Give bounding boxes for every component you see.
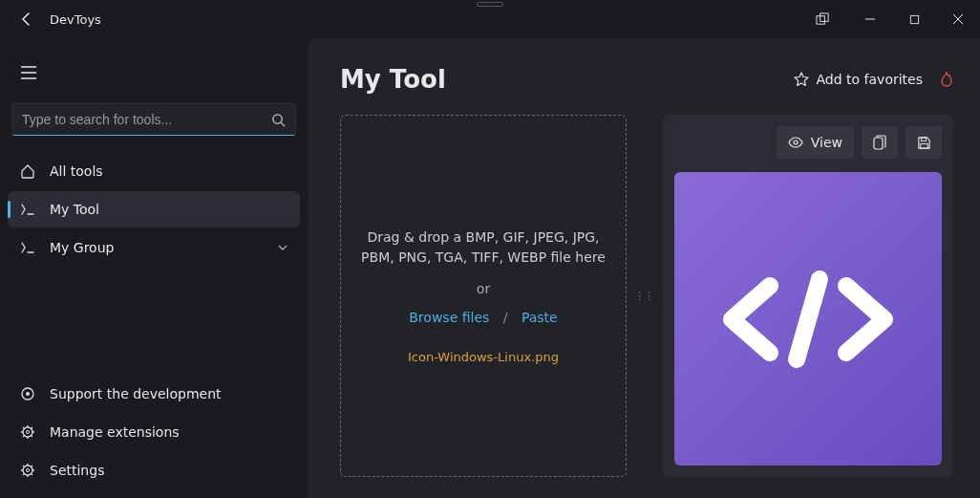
copy-button[interactable] [862,126,898,159]
heart-icon [19,386,36,401]
nav-bottom: Support the development Manage extension… [8,376,300,488]
titlebar-grip [477,2,503,7]
gear-icon [19,424,36,440]
save-icon [917,136,931,150]
minimize-button[interactable] [848,0,892,38]
nav-list: All tools My Tool My Group [8,153,300,266]
nav-label: Settings [50,463,104,478]
search-input[interactable] [22,112,271,127]
nav-all-tools[interactable]: All tools [8,153,300,189]
svg-point-11 [26,468,29,471]
svg-point-4 [273,114,282,122]
home-icon [19,163,36,179]
nav-settings[interactable]: Settings [8,452,300,488]
svg-point-7 [26,392,30,396]
back-button[interactable] [8,0,46,38]
star-icon [794,72,809,87]
hamburger-button[interactable] [10,54,48,92]
chevron-down-icon [277,242,288,253]
add-favorite-button[interactable]: Add to favorites [794,72,923,87]
svg-point-12 [794,141,798,144]
nav-support[interactable]: Support the development [8,376,300,412]
tool-icon [19,202,36,217]
titlebar: DevToys [0,0,980,38]
svg-point-10 [23,466,32,475]
preview-toolbar: View [674,126,942,159]
dropzone-links: Browse files / Paste [409,310,557,325]
nav-my-tool[interactable]: My Tool [8,191,300,227]
search-icon [271,113,286,127]
browse-files-link[interactable]: Browse files [409,310,489,325]
nav-label: Manage extensions [50,424,180,440]
svg-rect-3 [910,15,918,23]
eye-icon [788,135,803,150]
compact-overlay-button[interactable] [800,0,844,38]
view-button[interactable]: View [777,126,854,159]
nav-label: Support the development [50,386,222,401]
dropzone-text: Drag & drop a BMP, GIF, JPEG, JPG, PBM, … [360,227,607,268]
copy-icon [873,135,886,150]
selected-filename: Icon-Windows-Linux.png [408,350,559,364]
view-label: View [811,135,842,150]
nav-label: My Tool [50,202,99,217]
image-preview [674,172,942,466]
svg-point-9 [26,430,29,433]
nav-label: All tools [50,163,103,179]
flame-icon[interactable] [940,71,953,88]
close-button[interactable] [936,0,980,38]
sidebar: All tools My Tool My Group [0,38,308,498]
search-box[interactable] [11,103,296,136]
file-dropzone[interactable]: Drag & drop a BMP, GIF, JPEG, JPG, PBM, … [340,115,627,477]
page-title: My Tool [340,65,446,94]
svg-rect-13 [874,138,883,149]
nav-extensions[interactable]: Manage extensions [8,414,300,450]
app-title: DevToys [50,12,101,27]
main-pane: My Tool Add to favorites Drag & drop a B… [308,38,980,498]
svg-rect-15 [920,143,927,148]
nav-label: My Group [50,240,114,255]
svg-line-5 [281,122,285,126]
svg-point-8 [23,427,32,437]
add-favorite-label: Add to favorites [817,72,923,87]
link-separator: / [503,310,508,325]
preview-pane: View [663,115,953,477]
code-icon [713,262,904,377]
splitter-handle[interactable]: ⋮⋮ [640,115,650,477]
maximize-button[interactable] [892,0,936,38]
window-controls [800,0,980,38]
nav-my-group[interactable]: My Group [8,229,300,266]
gear-icon [19,463,36,478]
tool-icon [19,240,36,255]
save-button[interactable] [905,126,942,159]
paste-link[interactable]: Paste [522,310,558,325]
dropzone-or: or [477,281,490,296]
